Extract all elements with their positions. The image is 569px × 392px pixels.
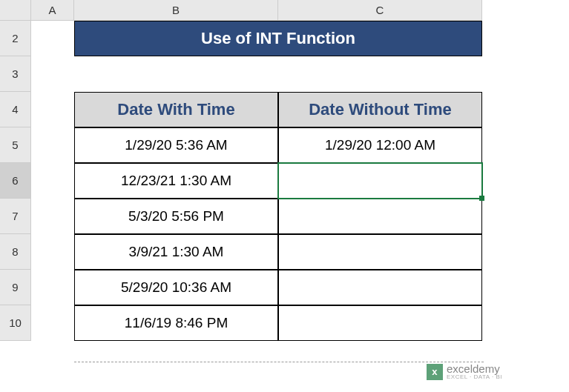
col-header-b[interactable]: B: [74, 0, 278, 21]
cell-c8[interactable]: [278, 234, 482, 270]
cell-a4[interactable]: [31, 92, 74, 127]
row-header-10[interactable]: 10: [0, 305, 31, 341]
row-header-9[interactable]: 9: [0, 270, 31, 305]
cell-b3[interactable]: [74, 56, 278, 92]
cell-b5[interactable]: 1/29/20 5:36 AM: [74, 127, 278, 163]
cell-a5[interactable]: [31, 127, 74, 163]
cell-b8[interactable]: 3/9/21 1:30 AM: [74, 234, 278, 270]
col-header-a[interactable]: A: [31, 0, 74, 21]
spreadsheet-grid: A B C 2 Use of INT Function 3 4 Date Wit…: [0, 0, 569, 341]
cell-a3[interactable]: [31, 56, 74, 92]
fill-handle[interactable]: [479, 196, 484, 201]
watermark-text: exceldemy EXCEL · DATA · BI: [447, 363, 502, 380]
cell-b10[interactable]: 11/6/19 8:46 PM: [74, 305, 278, 341]
select-all-corner[interactable]: [0, 0, 31, 21]
cell-a6[interactable]: [31, 163, 74, 199]
watermark: x exceldemy EXCEL · DATA · BI: [427, 363, 502, 380]
row-header-7[interactable]: 7: [0, 199, 31, 234]
cell-a7[interactable]: [31, 199, 74, 234]
cell-a9[interactable]: [31, 270, 74, 305]
cell-a8[interactable]: [31, 234, 74, 270]
cell-c6[interactable]: [278, 163, 482, 199]
cell-b6[interactable]: 12/23/21 1:30 AM: [74, 163, 278, 199]
cell-b7[interactable]: 5/3/20 5:56 PM: [74, 199, 278, 234]
cell-b9[interactable]: 5/29/20 10:36 AM: [74, 270, 278, 305]
cell-a10[interactable]: [31, 305, 74, 341]
cell-c9[interactable]: [278, 270, 482, 305]
header-date-without-time[interactable]: Date Without Time: [278, 92, 482, 127]
exceldemy-logo-icon: x: [427, 364, 443, 380]
cell-c5[interactable]: 1/29/20 12:00 AM: [278, 127, 482, 163]
row-header-6[interactable]: 6: [0, 163, 31, 199]
watermark-sub: EXCEL · DATA · BI: [447, 374, 502, 380]
header-date-with-time[interactable]: Date With Time: [74, 92, 278, 127]
row-header-3[interactable]: 3: [0, 56, 31, 92]
col-header-c[interactable]: C: [278, 0, 482, 21]
cell-c3[interactable]: [278, 56, 482, 92]
row-header-5[interactable]: 5: [0, 127, 31, 163]
page-break-indicator: [74, 362, 484, 362]
watermark-name: exceldemy: [447, 363, 502, 374]
title-cell[interactable]: Use of INT Function: [74, 21, 482, 56]
cell-a2[interactable]: [31, 21, 74, 56]
row-header-2[interactable]: 2: [0, 21, 31, 56]
row-header-8[interactable]: 8: [0, 234, 31, 270]
row-header-4[interactable]: 4: [0, 92, 31, 127]
cell-c10[interactable]: [278, 305, 482, 341]
cell-c7[interactable]: [278, 199, 482, 234]
